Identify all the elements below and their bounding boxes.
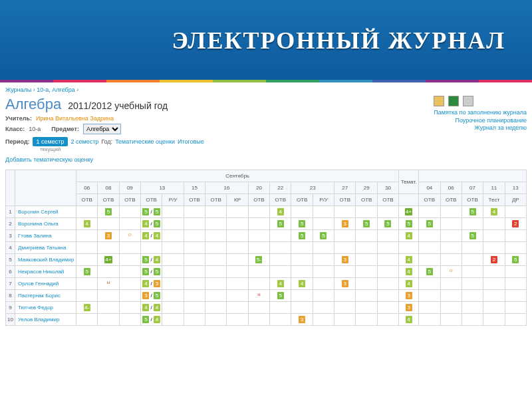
grade-cell[interactable] — [419, 290, 440, 302]
grade-cell[interactable] — [76, 254, 98, 266]
grade-cell[interactable]: 5 — [462, 206, 483, 218]
grade-cell[interactable] — [313, 314, 334, 326]
grade-cell[interactable]: 4 / 4 — [141, 302, 162, 314]
grade-cell[interactable] — [205, 266, 227, 278]
grade-cell[interactable] — [248, 206, 269, 218]
grade-cell[interactable] — [98, 302, 119, 314]
grade-cell[interactable]: 5 — [270, 218, 291, 230]
grade-cell[interactable] — [98, 242, 119, 254]
grade-cell[interactable] — [184, 314, 205, 326]
grade-cell[interactable]: 4+ — [399, 206, 419, 218]
grade-cell[interactable]: 5 — [291, 230, 313, 242]
grade-cell[interactable]: 5 / 5 — [141, 206, 162, 218]
grade-cell[interactable] — [440, 218, 462, 230]
grade-cell[interactable] — [162, 218, 184, 230]
grade-cell[interactable]: 5 — [399, 218, 419, 230]
grade-cell[interactable] — [291, 254, 313, 266]
grade-cell[interactable] — [184, 302, 205, 314]
grade-cell[interactable] — [377, 206, 398, 218]
grade-cell[interactable] — [205, 302, 227, 314]
grade-cell[interactable]: 5 — [462, 230, 483, 242]
grade-cell[interactable] — [270, 230, 291, 242]
grade-cell[interactable] — [440, 278, 462, 290]
grade-cell[interactable] — [462, 302, 483, 314]
grade-cell[interactable] — [205, 290, 227, 302]
grade-cell[interactable] — [248, 230, 269, 242]
grade-cell[interactable] — [462, 242, 483, 254]
subject-select[interactable]: Алгебра — [83, 124, 121, 134]
grade-cell[interactable] — [483, 314, 505, 326]
grade-cell[interactable] — [205, 314, 227, 326]
excel-export-icon[interactable] — [448, 96, 459, 106]
grade-cell[interactable] — [505, 266, 526, 278]
grade-cell[interactable] — [313, 254, 334, 266]
grade-cell[interactable] — [377, 278, 398, 290]
grade-cell[interactable]: 5 / 4 — [141, 254, 162, 266]
grade-cell[interactable] — [419, 314, 440, 326]
grade-cell[interactable] — [505, 230, 526, 242]
grade-cell[interactable]: О — [119, 230, 140, 242]
grade-cell[interactable]: 4- — [76, 302, 98, 314]
grade-cell[interactable] — [162, 242, 184, 254]
grade-cell[interactable] — [119, 266, 140, 278]
student-name[interactable]: Воронин Сергей — [15, 206, 76, 218]
grade-cell[interactable] — [419, 302, 440, 314]
grade-cell[interactable] — [248, 278, 269, 290]
student-name[interactable]: Тютчев Федор — [15, 302, 76, 314]
grade-cell[interactable] — [356, 254, 377, 266]
grade-cell[interactable] — [184, 266, 205, 278]
grade-cell[interactable] — [462, 290, 483, 302]
grade-cell[interactable] — [76, 206, 98, 218]
period-final-link[interactable]: Итоговые — [178, 138, 204, 145]
grade-cell[interactable] — [505, 278, 526, 290]
grade-cell[interactable] — [483, 278, 505, 290]
grade-cell[interactable] — [440, 230, 462, 242]
grade-cell[interactable]: 5- — [248, 254, 269, 266]
grade-cell[interactable] — [119, 242, 140, 254]
grade-cell[interactable] — [483, 218, 505, 230]
period-sem2-link[interactable]: 2 семестр — [70, 138, 98, 145]
grade-cell[interactable]: 5 — [419, 266, 440, 278]
student-name[interactable]: Гтова Залина — [15, 230, 76, 242]
grade-cell[interactable] — [227, 254, 248, 266]
grade-cell[interactable] — [419, 278, 440, 290]
grade-cell[interactable]: 4 — [399, 230, 419, 242]
grade-cell[interactable]: 4 — [399, 254, 419, 266]
grade-cell[interactable]: 3 — [98, 230, 119, 242]
grade-cell[interactable] — [334, 290, 356, 302]
grade-cell[interactable] — [248, 218, 269, 230]
student-name[interactable]: Уелов Владимир — [15, 314, 76, 326]
grade-cell[interactable] — [162, 266, 184, 278]
grade-cell[interactable] — [119, 314, 140, 326]
breadcrumb[interactable]: Журналы › 10-а, Алгебра › — [5, 86, 527, 93]
grade-cell[interactable]: 5 — [377, 218, 398, 230]
grade-cell[interactable] — [205, 242, 227, 254]
grade-cell[interactable] — [505, 206, 526, 218]
grade-cell[interactable] — [483, 230, 505, 242]
grade-cell[interactable]: 5 — [76, 266, 98, 278]
student-name[interactable]: Пастернак Борис — [15, 290, 76, 302]
student-name[interactable]: Орлов Геннадий — [15, 278, 76, 290]
grade-cell[interactable] — [291, 242, 313, 254]
grade-cell[interactable]: 5 / 5 — [141, 266, 162, 278]
grade-cell[interactable] — [227, 290, 248, 302]
grade-cell[interactable] — [184, 290, 205, 302]
grade-cell[interactable] — [162, 290, 184, 302]
grade-cell[interactable]: 3 / 5 — [141, 290, 162, 302]
grade-cell[interactable]: 3 — [399, 290, 419, 302]
grade-cell[interactable] — [98, 314, 119, 326]
grade-cell[interactable] — [419, 242, 440, 254]
student-name[interactable]: Маяковский Владимир — [15, 254, 76, 266]
grade-cell[interactable] — [98, 266, 119, 278]
grade-cell[interactable] — [291, 302, 313, 314]
grade-cell[interactable] — [291, 290, 313, 302]
right-link-planning[interactable]: Поурочное планирование — [434, 117, 527, 125]
grade-cell[interactable] — [505, 242, 526, 254]
grade-cell[interactable]: 5 / 4 — [141, 314, 162, 326]
grade-cell[interactable]: 5 — [419, 218, 440, 230]
grade-cell[interactable] — [119, 206, 140, 218]
grade-cell[interactable] — [205, 218, 227, 230]
grade-cell[interactable] — [419, 254, 440, 266]
grade-cell[interactable] — [356, 302, 377, 314]
teacher-name[interactable]: Ирина Витальевна Задрина — [36, 115, 114, 122]
